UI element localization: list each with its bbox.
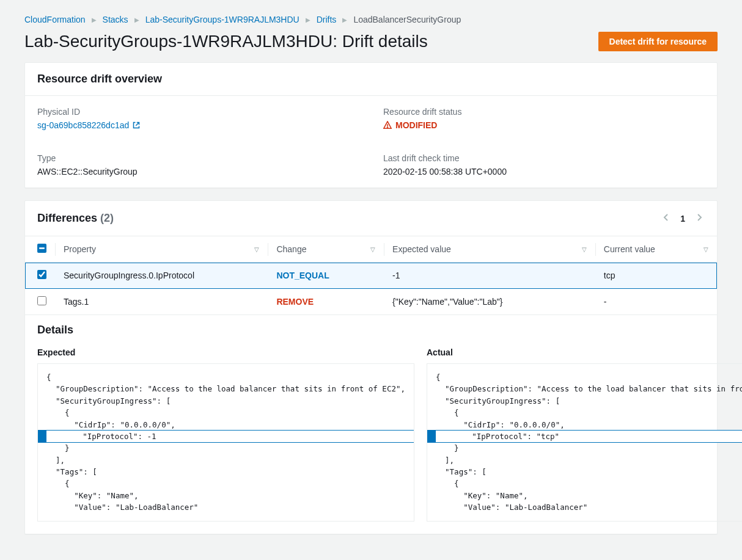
cell-property: Tags.1 <box>55 289 268 315</box>
overview-title: Resource drift overview <box>37 73 705 85</box>
row-checkbox[interactable] <box>37 296 46 305</box>
sort-icon: ▽ <box>582 246 587 253</box>
code-line: "GroupDescription": "Access to the load … <box>427 383 742 395</box>
differences-title: Differences (2) <box>37 212 114 225</box>
code-line: "SecurityGroupIngress": [ <box>38 395 414 407</box>
type-label: Type <box>37 153 359 163</box>
sort-icon: ▽ <box>254 246 259 253</box>
expected-code-box: { "GroupDescription": "Access to the loa… <box>37 363 414 522</box>
page-title: Lab-SecurityGroups-1WR9RAJLM3HDU: Drift … <box>24 32 428 51</box>
code-line: } <box>427 442 742 454</box>
drift-status-label: Resource drift status <box>383 107 705 117</box>
differences-panel: Differences (2) 1 Property▽ Change▽ Expe… <box>24 200 718 534</box>
differences-count: (2) <box>100 212 114 224</box>
breadcrumb-link-cloudformation[interactable]: CloudFormation <box>24 15 86 24</box>
breadcrumb-link-drifts[interactable]: Drifts <box>317 15 337 24</box>
code-line: "Key": "Name", <box>38 490 414 501</box>
column-expected[interactable]: Expected value▽ <box>384 236 595 263</box>
page-number: 1 <box>680 214 685 224</box>
code-line: "CidrIp": "0.0.0.0/0", <box>38 419 414 431</box>
external-link-icon <box>133 122 140 129</box>
code-line: "CidrIp": "0.0.0.0/0", <box>427 419 742 431</box>
type-value: AWS::EC2::SecurityGroup <box>37 167 359 176</box>
cell-current: tcp <box>595 263 717 289</box>
resource-drift-overview-panel: Resource drift overview Physical ID sg-0… <box>24 62 718 188</box>
pagination: 1 <box>661 211 705 226</box>
chevron-right-icon <box>696 213 702 222</box>
page-next-button[interactable] <box>694 211 705 226</box>
chevron-right-icon: ▶ <box>92 16 97 23</box>
row-checkbox[interactable] <box>37 270 46 279</box>
code-line: ], <box>427 454 742 466</box>
page-prev-button[interactable] <box>661 211 672 226</box>
code-line-highlighted: "IpProtocol": "tcp" <box>427 431 742 442</box>
breadcrumb-current: LoadBalancerSecurityGroup <box>353 15 461 24</box>
code-line: { <box>427 478 742 489</box>
select-all-checkbox[interactable] <box>37 244 46 253</box>
cell-change: NOT_EQUAL <box>268 263 384 289</box>
code-line: "Key": "Name", <box>427 490 742 501</box>
detect-drift-button[interactable]: Detect drift for resource <box>598 32 718 51</box>
code-line: "Value": "Lab-LoadBalancer" <box>427 501 742 513</box>
chevron-right-icon: ▶ <box>134 16 139 23</box>
breadcrumb-link-stacks[interactable]: Stacks <box>103 15 128 24</box>
code-line: "GroupDescription": "Access to the load … <box>38 383 414 395</box>
cell-current: - <box>595 289 717 315</box>
cell-change: REMOVE <box>268 289 384 315</box>
column-change[interactable]: Change▽ <box>268 236 384 263</box>
expected-label: Expected <box>37 347 414 357</box>
cell-property: SecurityGroupIngress.0.IpProtocol <box>55 263 268 289</box>
code-line: { <box>38 407 414 418</box>
chevron-right-icon: ▶ <box>342 16 347 23</box>
sort-icon: ▽ <box>703 246 708 253</box>
code-line: } <box>38 442 414 454</box>
code-line: { <box>38 478 414 489</box>
cell-expected: {"Key":"Name","Value":"Lab"} <box>384 289 595 315</box>
physical-id-label: Physical ID <box>37 107 359 117</box>
actual-label: Actual <box>427 347 742 357</box>
last-check-label: Last drift check time <box>383 153 705 163</box>
chevron-left-icon <box>663 213 669 222</box>
breadcrumb: CloudFormation ▶ Stacks ▶ Lab-SecurityGr… <box>24 15 718 24</box>
chevron-right-icon: ▶ <box>306 16 310 23</box>
actual-code-box: { "GroupDescription": "Access to the loa… <box>427 363 742 522</box>
code-line: "SecurityGroupIngress": [ <box>427 395 742 407</box>
column-current[interactable]: Current value▽ <box>595 236 717 263</box>
code-line: "Tags": [ <box>427 466 742 478</box>
breadcrumb-link-stackname[interactable]: Lab-SecurityGroups-1WR9RAJLM3HDU <box>145 15 299 24</box>
details-title: Details <box>25 315 717 347</box>
svg-point-1 <box>387 127 388 128</box>
physical-id-value: sg-0a69bc858226dc1ad <box>37 120 129 130</box>
code-line: { <box>427 371 742 383</box>
physical-id-link[interactable]: sg-0a69bc858226dc1ad <box>37 120 140 130</box>
code-line: { <box>38 371 414 383</box>
column-property[interactable]: Property▽ <box>55 236 268 263</box>
code-line: "Value": "Lab-LoadBalancer" <box>38 501 414 513</box>
drift-status-value: MODIFIED <box>383 120 437 130</box>
differences-table: Property▽ Change▽ Expected value▽ Curren… <box>25 236 717 315</box>
code-line: ], <box>38 454 414 466</box>
code-line: "Tags": [ <box>38 466 414 478</box>
code-line: { <box>427 407 742 418</box>
warning-icon <box>383 121 392 129</box>
code-line-highlighted: "IpProtocol": -1 <box>38 431 414 442</box>
last-check-value: 2020-02-15 00:58:38 UTC+0000 <box>383 167 705 176</box>
table-row[interactable]: Tags.1REMOVE{"Key":"Name","Value":"Lab"}… <box>25 289 717 315</box>
cell-expected: -1 <box>384 263 595 289</box>
table-row[interactable]: SecurityGroupIngress.0.IpProtocolNOT_EQU… <box>25 263 717 289</box>
sort-icon: ▽ <box>370 246 375 253</box>
